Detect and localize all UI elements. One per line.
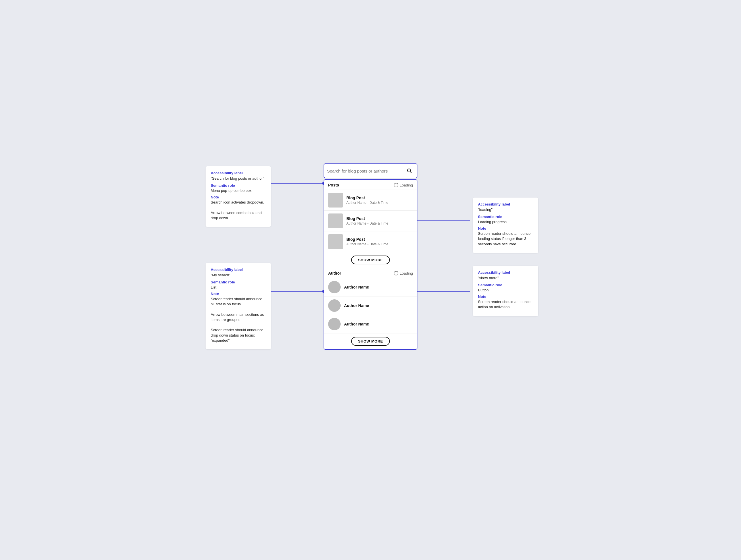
author-item-3[interactable]: Author Name [324, 315, 417, 334]
posts-section-title: Posts [328, 183, 339, 187]
annotation-tr-label1: Accessibility label [478, 202, 533, 206]
post-meta-1: Author Name - Date & Time [346, 201, 388, 205]
authors-spinner [394, 271, 398, 275]
annotation-br-value2: Button [478, 288, 533, 293]
annotation-bl-value1: "My search" [211, 273, 266, 277]
author-item-1[interactable]: Author Name [324, 278, 417, 296]
post-info-1: Blog Post Author Name - Date & Time [346, 196, 388, 205]
annotation-tr-value3: Screen reader should announce loading st… [478, 231, 533, 247]
authors-loading-label: Loading [400, 271, 413, 275]
posts-spinner [394, 183, 398, 187]
authors-section-header: Author Loading [324, 268, 417, 278]
search-input[interactable] [327, 168, 405, 173]
search-icon [407, 168, 412, 174]
search-button[interactable] [405, 166, 414, 176]
annotation-br-value3: Screen reader should announce action on … [478, 299, 533, 309]
annotation-note-value: Search icon activates dropdown. Arrow be… [211, 200, 266, 221]
annotation-bl-label3: Note [211, 292, 266, 296]
author-name-1: Author Name [344, 285, 369, 289]
authors-show-more-button[interactable]: SHOW MORE [351, 337, 390, 346]
post-thumbnail-1 [328, 193, 343, 208]
annotation-br-label2: Semantic role [478, 283, 533, 287]
post-item-3[interactable]: Blog Post Author Name - Date & Time [324, 231, 417, 252]
post-thumbnail-3 [328, 234, 343, 249]
posts-show-more-button[interactable]: SHOW MORE [351, 256, 390, 264]
annotation-tr-value1: "loading" [478, 208, 533, 212]
post-title-1: Blog Post [346, 196, 388, 200]
posts-loading-indicator: Loading [394, 183, 413, 187]
author-item-2[interactable]: Author Name [324, 296, 417, 315]
post-title-3: Blog Post [346, 237, 388, 241]
svg-line-9 [410, 172, 412, 173]
post-item-2[interactable]: Blog Post Author Name - Date & Time [324, 211, 417, 231]
author-name-3: Author Name [344, 322, 369, 326]
annotation-card-top-left: Accessibility label "Search for blog pos… [206, 166, 271, 227]
author-avatar-2 [328, 299, 341, 312]
authors-show-more-wrapper: SHOW MORE [324, 334, 417, 349]
annotation-tr-label3: Note [478, 226, 533, 230]
annotation-card-bottom-left: Accessibility label "My search" Semantic… [206, 263, 271, 349]
post-item-1[interactable]: Blog Post Author Name - Date & Time [324, 190, 417, 211]
authors-section-title: Author [328, 271, 341, 275]
post-meta-3: Author Name - Date & Time [346, 242, 388, 246]
annotation-br-label1: Accessibility label [478, 270, 533, 275]
dropdown-panel: Posts Loading Blog Post Author Name - Da… [324, 180, 417, 350]
post-info-2: Blog Post Author Name - Date & Time [346, 216, 388, 225]
annotation-tr-value2: Loading progress [478, 219, 533, 224]
annotation-bl-value2: List [211, 285, 266, 290]
annotation-card-top-right: Accessibility label "loading" Semantic r… [473, 198, 538, 253]
author-avatar-3 [328, 318, 341, 330]
annotation-br-value1: "show more" [478, 276, 533, 280]
annotation-a-value: "Search for blog posts or author" [211, 176, 266, 181]
posts-loading-label: Loading [400, 183, 413, 187]
annotation-tr-label2: Semantic role [478, 215, 533, 219]
search-bar [324, 163, 417, 178]
annotation-bl-label2: Semantic role [211, 280, 266, 284]
author-avatar-1 [328, 281, 341, 293]
annotation-bl-label1: Accessibility label [211, 268, 266, 272]
annotation-card-bottom-right: Accessibility label "show more" Semantic… [473, 266, 538, 316]
author-name-2: Author Name [344, 303, 369, 308]
annotation-semantic-value: Menu pop-up combo box [211, 188, 266, 193]
post-meta-2: Author Name - Date & Time [346, 221, 388, 225]
post-info-3: Blog Post Author Name - Date & Time [346, 237, 388, 246]
center-widget: Posts Loading Blog Post Author Name - Da… [324, 163, 417, 350]
annotation-note-label: Note [211, 195, 266, 199]
annotation-a-label: Accessibility label [211, 171, 266, 175]
canvas: Accessibility label "Search for blog pos… [200, 152, 541, 408]
posts-section-header: Posts Loading [324, 180, 417, 190]
annotation-semantic-label: Semantic role [211, 183, 266, 188]
posts-show-more-wrapper: SHOW MORE [324, 252, 417, 268]
annotation-bl-value3: Screenreader should announce h1 status o… [211, 296, 266, 343]
authors-loading-indicator: Loading [394, 271, 413, 275]
post-title-2: Blog Post [346, 216, 388, 221]
annotation-br-label3: Note [478, 294, 533, 299]
post-thumbnail-2 [328, 213, 343, 228]
